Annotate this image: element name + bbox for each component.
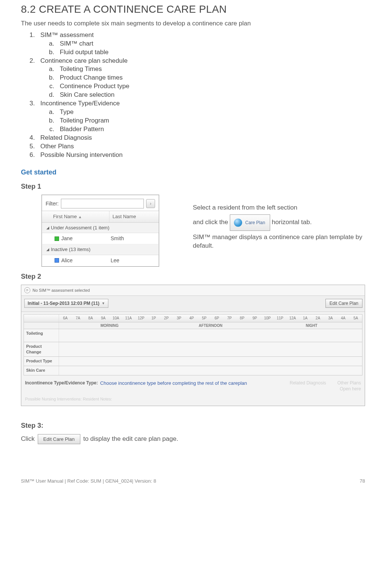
resident-first-name: Alice — [61, 257, 72, 264]
step2-heading: Step 2 — [21, 272, 365, 281]
filter-input[interactable] — [61, 199, 144, 208]
hour-cell: 2P — [160, 315, 173, 322]
hour-cell: 4P — [185, 315, 198, 322]
resident-first-name: Jane — [61, 235, 72, 242]
hour-cell: 12A — [286, 315, 299, 322]
list-item: Continence Product type — [56, 82, 365, 91]
open-here-link: Open here — [337, 386, 361, 392]
collapse-icon: ◢ — [46, 225, 49, 230]
step1-heading: Step 1 — [21, 182, 365, 191]
period-afternoon: AFTERNOON — [160, 322, 261, 329]
sort-asc-icon: ▲ — [78, 215, 82, 219]
panel-footnote: Possible Nursing Interventions: Resident… — [21, 395, 365, 406]
get-started-heading: Get started — [21, 168, 365, 177]
list-item: Product Change times — [56, 74, 365, 82]
status-green-icon — [55, 236, 59, 241]
hour-cell: 3P — [173, 315, 185, 322]
hour-cell: 3A — [324, 315, 337, 322]
hour-cell: 11P — [274, 315, 286, 322]
column-last-name[interactable]: Last Name — [109, 211, 159, 222]
hour-cell: 7A — [72, 315, 84, 322]
no-assessment-label: No SIM™ assessment selected — [33, 288, 90, 293]
resident-row[interactable]: Alice Lee — [42, 255, 159, 266]
care-plan-panel: ⟳ No SIM™ assessment selected Initial - … — [21, 285, 365, 406]
incontinence-type-label: Incontinence Type/Evidence Type: — [25, 380, 98, 386]
hour-cell: 6A — [59, 315, 72, 322]
list-item: Related Diagnosis — [37, 134, 365, 142]
list-item: Type — [56, 108, 365, 117]
collapse-icon: ◢ — [46, 247, 49, 252]
hour-cell: 2A — [312, 315, 324, 322]
skin-care-row: Skin Care — [24, 366, 362, 375]
assessment-dropdown[interactable]: Initial - 11-Sep-2013 12:03 PM (11)▼ — [24, 299, 108, 308]
hour-cell: 5A — [349, 315, 362, 322]
list-item: Other Plans — [37, 142, 365, 151]
step3-heading: Step 3: — [21, 421, 365, 430]
intro-text: The user needs to complete six main segm… — [21, 19, 365, 28]
hour-cell: 8A — [84, 315, 97, 322]
hour-cell: 10P — [261, 315, 274, 322]
column-first-name[interactable]: First Name ▲ — [42, 211, 109, 222]
hour-cell: 1A — [299, 315, 312, 322]
list-item: Skin Care selection — [56, 91, 365, 99]
instruction-text: and click the Care Plan horizontal tab. — [193, 214, 365, 231]
hour-cell: 9A — [97, 315, 109, 322]
hour-cell: 11A — [122, 315, 135, 322]
period-row: MORNING AFTERNOON NIGHT — [24, 322, 362, 329]
resident-last-name: Smith — [108, 235, 159, 242]
status-blue-icon — [55, 258, 59, 263]
filter-go-button[interactable]: › — [146, 199, 155, 208]
list-item: Toileting Program — [56, 117, 365, 125]
hour-cell: 10A — [109, 315, 122, 322]
period-night: NIGHT — [261, 322, 362, 329]
instruction-text: Select a resident from the left section — [193, 204, 365, 212]
incontinence-type-message: Choose incontinence type before completi… — [100, 380, 247, 387]
step1-instructions: Select a resident from the left section … — [193, 195, 365, 253]
list-item: Fluid output table — [56, 48, 365, 57]
instruction-text: SIM™ manager displays a continence care … — [193, 233, 365, 250]
time-header-row: 6A 7A 8A 9A 10A 11A 12P 1P 2P 3P 4P 5P 6… — [24, 314, 362, 322]
list-item: Possible Nursing intervention — [37, 151, 365, 160]
list-item: Toileting Times — [56, 65, 365, 74]
hour-cell: 1P — [148, 315, 160, 322]
product-type-row: Product Type — [24, 357, 362, 366]
resident-filter-panel: Filter: › First Name ▲ Last Name ◢Under … — [41, 195, 159, 266]
list-item: Continence care plan schedule Toileting … — [37, 57, 365, 100]
list-item: SIM™ assessment SIM™ chart Fluid output … — [37, 31, 365, 57]
globe-icon — [234, 219, 242, 227]
care-plan-tab-label: Care Plan — [245, 220, 265, 226]
edit-care-plan-button[interactable]: Edit Care Plan — [38, 434, 80, 445]
hour-cell: 9P — [248, 315, 261, 322]
hour-cell: 12P — [135, 315, 148, 322]
resident-row[interactable]: Jane Smith — [42, 233, 159, 244]
care-plan-tab[interactable]: Care Plan — [230, 214, 270, 231]
list-item: Incontinence Type/Evidence Type Toiletin… — [37, 99, 365, 134]
edit-care-plan-button[interactable]: Edit Care Plan — [325, 299, 362, 308]
group-under-assessment[interactable]: ◢Under Assessment (1 item) — [42, 223, 159, 233]
refresh-icon[interactable]: ⟳ — [24, 287, 30, 293]
page-number: 78 — [360, 478, 365, 485]
step3-instruction: Click Edit Care Plan to display the edit… — [21, 434, 365, 445]
hour-cell: 8P — [236, 315, 248, 322]
toileting-row: Toileting — [24, 329, 362, 342]
product-change-row: Product Change — [24, 342, 362, 357]
hour-cell: 5P — [198, 315, 211, 322]
hour-cell: 4A — [337, 315, 349, 322]
hour-cell: 6P — [211, 315, 223, 322]
page-footer: SIM™ User Manual | Ref Code: SUM | GEN4_… — [21, 478, 365, 485]
list-item: Bladder Pattern — [56, 125, 365, 134]
chevron-down-icon: ▼ — [102, 301, 105, 306]
list-item: SIM™ chart — [56, 40, 365, 48]
filter-column-headers: First Name ▲ Last Name — [42, 211, 159, 223]
filter-label: Filter: — [46, 200, 59, 207]
period-morning: MORNING — [59, 322, 160, 329]
hour-cell: 7P — [223, 315, 236, 322]
related-diagnosis-label: Related Diagnosis — [290, 380, 326, 386]
footer-left: SIM™ User Manual | Ref Code: SUM | GEN4_… — [21, 478, 156, 485]
resident-last-name: Lee — [108, 257, 159, 264]
group-inactive[interactable]: ◢Inactive (13 items) — [42, 244, 159, 255]
section-title: 8.2 CREATE A CONTINENCE CARE PLAN — [21, 2, 365, 16]
segment-list: SIM™ assessment SIM™ chart Fluid output … — [21, 31, 365, 160]
other-plans-label: Other Plans — [337, 380, 361, 386]
